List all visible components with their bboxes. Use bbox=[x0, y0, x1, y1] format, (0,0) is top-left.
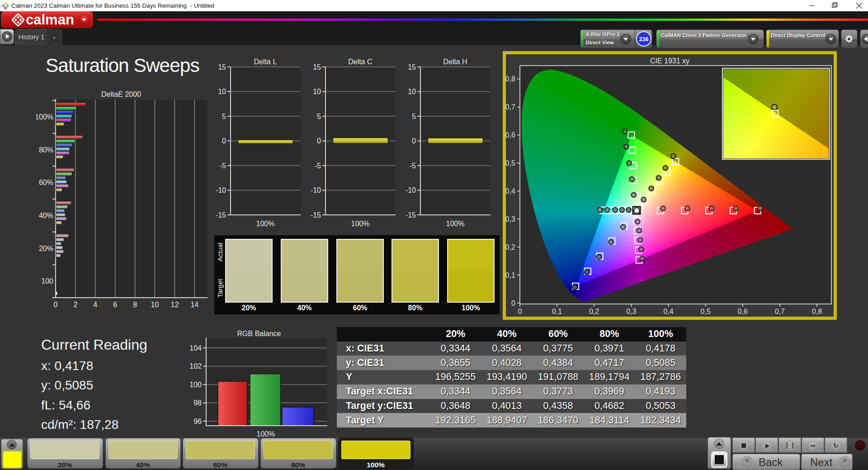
svg-text:DeltaE 2000: DeltaE 2000 bbox=[101, 90, 141, 98]
svg-text:100: 100 bbox=[41, 277, 53, 285]
svg-text:-10: -10 bbox=[311, 186, 321, 194]
svg-text:4: 4 bbox=[93, 301, 97, 309]
svg-text:104: 104 bbox=[190, 344, 202, 352]
svg-text:Delta H: Delta H bbox=[443, 58, 467, 66]
svg-text:0: 0 bbox=[222, 137, 226, 145]
svg-text:96: 96 bbox=[193, 418, 202, 425]
svg-text:0,6: 0,6 bbox=[505, 131, 515, 139]
svg-text:102: 102 bbox=[190, 362, 202, 370]
svg-text:10: 10 bbox=[218, 88, 226, 95]
svg-text:-15: -15 bbox=[311, 211, 321, 219]
svg-text:0,6: 0,6 bbox=[738, 308, 748, 315]
svg-text:10: 10 bbox=[151, 301, 159, 309]
svg-text:-5: -5 bbox=[315, 162, 321, 170]
svg-text:100%: 100% bbox=[257, 430, 275, 438]
svg-text:80%: 80% bbox=[39, 146, 53, 154]
svg-text:2: 2 bbox=[73, 301, 77, 309]
svg-text:Delta L: Delta L bbox=[254, 58, 277, 66]
svg-text:12: 12 bbox=[171, 301, 179, 309]
svg-text:5: 5 bbox=[317, 113, 321, 120]
svg-text:20%: 20% bbox=[39, 245, 53, 252]
svg-text:0,3: 0,3 bbox=[626, 308, 636, 315]
svg-text:-5: -5 bbox=[410, 162, 416, 170]
svg-text:0,7: 0,7 bbox=[505, 103, 515, 111]
svg-text:0,8: 0,8 bbox=[812, 308, 822, 315]
svg-text:10: 10 bbox=[313, 88, 321, 95]
svg-text:-15: -15 bbox=[406, 211, 416, 219]
svg-text:Delta C: Delta C bbox=[348, 58, 372, 66]
svg-text:0,4: 0,4 bbox=[663, 308, 673, 315]
svg-text:0,4: 0,4 bbox=[505, 187, 515, 195]
svg-text:14: 14 bbox=[190, 301, 198, 309]
svg-text:RGB Balance: RGB Balance bbox=[237, 330, 281, 337]
svg-text:0: 0 bbox=[412, 137, 416, 145]
svg-text:0,2: 0,2 bbox=[505, 243, 515, 251]
svg-text:0: 0 bbox=[54, 301, 58, 309]
svg-text:100%: 100% bbox=[351, 220, 370, 228]
svg-text:8: 8 bbox=[133, 301, 137, 309]
svg-text:0,1: 0,1 bbox=[552, 308, 562, 315]
svg-text:60%: 60% bbox=[39, 179, 53, 186]
svg-text:98: 98 bbox=[193, 399, 202, 407]
svg-text:-5: -5 bbox=[220, 162, 226, 170]
svg-text:100%: 100% bbox=[256, 220, 275, 228]
svg-text:5: 5 bbox=[222, 113, 226, 120]
svg-text:-10: -10 bbox=[216, 186, 226, 194]
svg-text:0,5: 0,5 bbox=[505, 159, 515, 167]
svg-text:100%: 100% bbox=[36, 113, 53, 121]
svg-text:0: 0 bbox=[518, 308, 522, 315]
svg-text:40%: 40% bbox=[39, 212, 53, 219]
svg-text:10: 10 bbox=[408, 88, 416, 95]
svg-text:0,2: 0,2 bbox=[589, 308, 599, 315]
svg-text:0,8: 0,8 bbox=[505, 75, 515, 83]
svg-text:0,3: 0,3 bbox=[505, 215, 515, 223]
svg-text:6: 6 bbox=[113, 301, 117, 309]
svg-text:-10: -10 bbox=[406, 186, 416, 194]
svg-text:15: 15 bbox=[408, 63, 416, 71]
svg-text:0,7: 0,7 bbox=[775, 308, 785, 315]
svg-text:0: 0 bbox=[317, 137, 321, 145]
svg-text:0: 0 bbox=[511, 299, 515, 307]
svg-text:0,5: 0,5 bbox=[701, 308, 711, 315]
svg-text:-15: -15 bbox=[216, 211, 226, 219]
svg-text:5: 5 bbox=[412, 113, 416, 120]
svg-text:15: 15 bbox=[218, 63, 226, 71]
svg-text:100: 100 bbox=[190, 381, 202, 389]
svg-text:15: 15 bbox=[313, 63, 321, 71]
svg-text:100%: 100% bbox=[446, 220, 465, 228]
svg-text:0,1: 0,1 bbox=[505, 271, 515, 279]
